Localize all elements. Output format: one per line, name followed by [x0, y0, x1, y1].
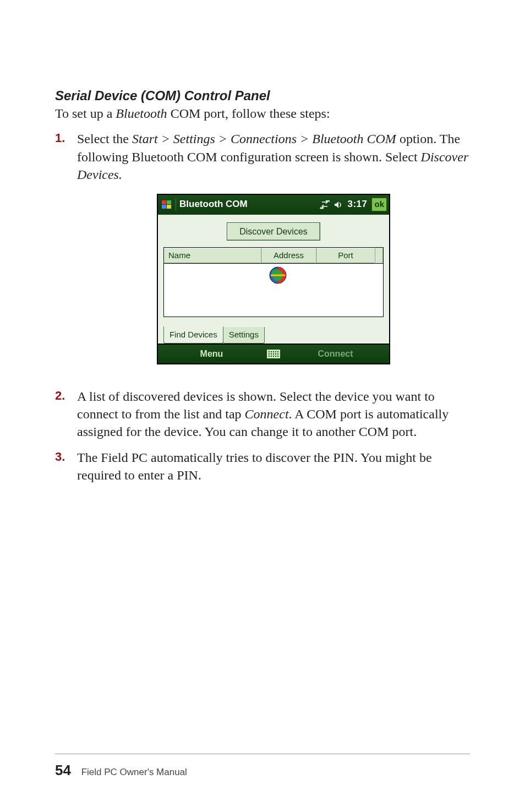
window-body: Discover Devices Name Address Port: [158, 215, 389, 344]
intro-paragraph: To set up a Bluetooth COM port, follow t…: [55, 105, 470, 122]
keyboard-toggle[interactable]: [265, 350, 282, 358]
table-header-row: Name Address Port: [164, 248, 383, 264]
svg-rect-1: [167, 200, 171, 204]
connectivity-icon[interactable]: [320, 200, 330, 209]
intro-post: COM port, follow these steps:: [167, 106, 330, 121]
clock-time[interactable]: 3:17: [347, 198, 367, 211]
volume-icon[interactable]: [334, 200, 343, 209]
step1-path: Start > Settings > Connections > Bluetoo…: [132, 132, 396, 146]
step-2: 2. A list of discovered devices is shown…: [55, 388, 470, 441]
window-title: Bluetooth COM: [179, 198, 248, 211]
tab-find-devices[interactable]: Find Devices: [163, 326, 223, 343]
softkey-menu[interactable]: Menu: [158, 348, 265, 360]
window-titlebar: Bluetooth COM: [158, 195, 389, 215]
bluetooth-com-screenshot: Bluetooth COM: [157, 194, 390, 364]
svg-point-5: [322, 208, 323, 209]
step-number: 1.: [55, 130, 77, 379]
start-flag-icon[interactable]: [161, 199, 172, 210]
section-heading: Serial Device (COM) Control Panel: [55, 88, 470, 103]
softkey-connect[interactable]: Connect: [282, 348, 389, 360]
page-number: 54: [55, 762, 71, 778]
softkey-bar: Menu Connect: [158, 344, 389, 363]
footer-rule: [55, 754, 470, 754]
svg-point-7: [329, 200, 330, 201]
step-number: 2.: [55, 388, 77, 441]
column-address[interactable]: Address: [261, 248, 316, 263]
column-port[interactable]: Port: [316, 248, 375, 263]
intro-italic: Bluetooth: [116, 106, 167, 121]
step1-pre: Select the: [77, 132, 132, 146]
tab-settings[interactable]: Settings: [223, 327, 265, 343]
step-number: 3.: [55, 449, 77, 484]
svg-rect-9: [271, 275, 285, 276]
svg-point-6: [327, 200, 328, 201]
manual-title: Field PC Owner's Manual: [81, 767, 187, 777]
discover-devices-button[interactable]: Discover Devices: [227, 222, 320, 241]
intro-pre: To set up a: [55, 106, 116, 121]
tab-strip: Find Devices Settings: [163, 327, 384, 343]
searching-globe-icon: [269, 266, 287, 285]
step3-text: The Field PC automatically tries to disc…: [77, 450, 432, 482]
step-3: 3. The Field PC automatically tries to d…: [55, 449, 470, 484]
column-name[interactable]: Name: [164, 248, 261, 263]
page-footer: 54 Field PC Owner's Manual: [55, 754, 470, 779]
devices-table: Name Address Port: [163, 247, 384, 317]
step-1: 1. Select the Start > Settings > Connect…: [55, 130, 470, 379]
titlebar-divider: [176, 199, 176, 211]
svg-point-4: [320, 208, 321, 209]
scrollbar-gutter[interactable]: [375, 248, 383, 263]
table-body: [164, 264, 383, 317]
svg-rect-3: [167, 205, 171, 209]
system-tray: 3:17 ok: [320, 198, 387, 211]
svg-rect-2: [162, 205, 166, 209]
ok-button[interactable]: ok: [371, 198, 387, 211]
step2-action: Connect: [245, 407, 289, 421]
keyboard-icon: [267, 350, 280, 358]
svg-rect-0: [162, 200, 166, 204]
